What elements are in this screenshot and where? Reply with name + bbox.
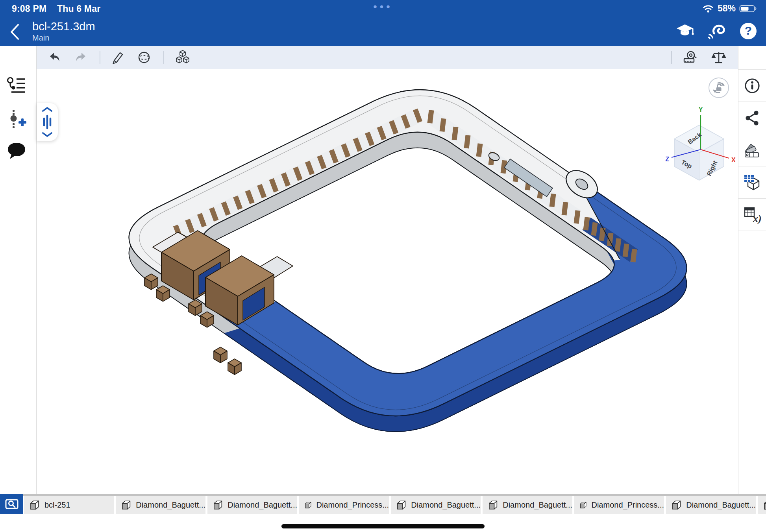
left-sidebar	[0, 46, 37, 494]
home-indicator[interactable]	[281, 524, 485, 528]
redo-button[interactable]	[74, 51, 88, 64]
wifi-icon	[702, 4, 714, 13]
rotation-lock-button[interactable]	[709, 78, 729, 98]
revolve-sphere-button[interactable]	[137, 50, 152, 65]
svg-text:x): x)	[753, 213, 762, 224]
document-cube-icon	[579, 499, 587, 511]
search-projects-button[interactable]	[0, 494, 23, 514]
document-cube-icon	[762, 499, 766, 511]
add-version-icon[interactable]	[6, 109, 28, 129]
share-button[interactable]	[738, 102, 766, 134]
axis-x-label: X	[731, 157, 736, 163]
file-tab-label: Diamond_Baguett...	[503, 501, 572, 510]
file-tab-label: Diamond_Princess...	[316, 501, 389, 510]
adjust-sliders-icon[interactable]	[41, 115, 54, 129]
document-cube-icon	[212, 499, 224, 511]
undo-button[interactable]	[48, 51, 62, 64]
comment-bubble-icon[interactable]	[6, 141, 27, 161]
status-bar: 9:08 PM Thu 6 Mar ••• 58%	[0, 0, 766, 17]
apple-pencil-connect-icon[interactable]	[707, 22, 727, 40]
file-tab[interactable]: Diamond_Princess...	[574, 496, 664, 514]
model-canvas[interactable]: Back Top Right Y Z X	[37, 69, 738, 494]
axis-z-label: Z	[665, 156, 669, 163]
right-sidebar: x)	[738, 46, 766, 494]
toolbar-divider	[100, 51, 100, 64]
app-header: bcl-251.3dm Main ?	[0, 17, 766, 46]
document-cube-icon	[487, 499, 499, 511]
rotation-lock-icon	[711, 80, 727, 96]
document-cube-icon	[120, 499, 132, 511]
toolbar-divider	[671, 51, 672, 64]
battery-icon	[739, 4, 757, 13]
document-cube-icon	[396, 499, 407, 511]
file-tab[interactable]: Diamond_Baguett...	[391, 496, 481, 514]
chevron-down-icon[interactable]	[41, 132, 54, 137]
model-3d-bracelet[interactable]: Back Top Right Y Z X	[37, 69, 738, 494]
file-tab[interactable]: Diamond_Baguett...	[116, 496, 205, 514]
file-tab-partial[interactable]	[758, 496, 766, 514]
file-strip: bcl-251Diamond_Baguett...Diamond_Baguett…	[0, 494, 766, 514]
parts-list-cube-button[interactable]	[738, 166, 766, 199]
section-adjust-pill[interactable]	[37, 103, 58, 141]
measure-tape-button[interactable]	[682, 50, 699, 65]
history-tree-icon[interactable]	[6, 77, 26, 95]
sketch-pencil-button[interactable]	[111, 50, 125, 65]
chevron-up-icon[interactable]	[41, 107, 54, 112]
help-icon[interactable]: ?	[739, 22, 757, 40]
file-tabs: bcl-251Diamond_Baguett...Diamond_Baguett…	[24, 496, 766, 514]
axis-y-label: Y	[699, 106, 703, 113]
document-cube-icon	[304, 499, 312, 511]
document-subtitle: Main	[32, 33, 95, 42]
file-tab[interactable]: bcl-251	[24, 496, 114, 514]
multitasking-dots-icon[interactable]: •••	[0, 1, 766, 13]
svg-text:?: ?	[745, 24, 752, 37]
file-tab-label: Diamond_Princess...	[591, 501, 664, 510]
document-cube-icon	[671, 499, 682, 511]
back-button[interactable]	[9, 23, 20, 41]
balance-scale-button[interactable]	[710, 50, 727, 65]
file-tab[interactable]: Diamond_Baguett...	[666, 496, 756, 514]
document-title: bcl-251.3dm	[32, 20, 95, 33]
file-tab-label: Diamond_Baguett...	[686, 501, 756, 510]
document-cube-icon	[29, 499, 41, 511]
file-tab[interactable]: Diamond_Baguett...	[207, 496, 297, 514]
variables-table-button[interactable]: x)	[738, 199, 766, 231]
home-area	[0, 514, 766, 532]
toolbar-divider	[163, 51, 164, 64]
file-tab[interactable]: Diamond_Princess...	[299, 496, 389, 514]
search-icon	[5, 498, 19, 510]
file-tab[interactable]: Diamond_Baguett...	[483, 496, 572, 514]
file-tab-label: bcl-251	[44, 501, 70, 510]
bodies-cubes-button[interactable]	[174, 50, 191, 65]
appearance-swatches-button[interactable]	[738, 134, 766, 166]
info-button[interactable]	[738, 70, 766, 102]
canvas-toolbar	[37, 46, 738, 69]
file-tab-label: Diamond_Baguett...	[136, 501, 205, 510]
battery-percent: 58%	[718, 3, 736, 14]
file-tab-label: Diamond_Baguett...	[228, 501, 297, 510]
view-cube[interactable]: Back Top Right Y Z X	[665, 106, 736, 180]
learning-graduation-cap-icon[interactable]	[675, 22, 694, 40]
right-sidebar-spacer	[738, 46, 766, 70]
file-tab-label: Diamond_Baguett...	[411, 501, 481, 510]
